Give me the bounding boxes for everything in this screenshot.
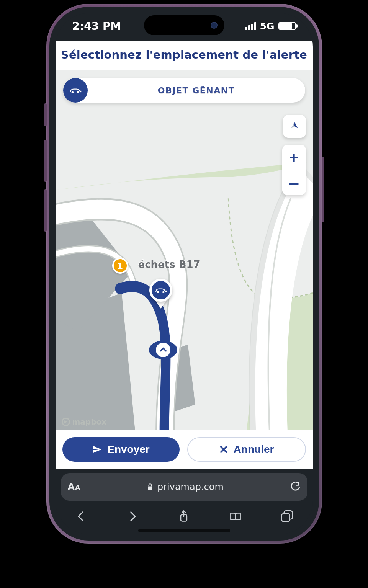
svg-marker-7: [291, 122, 294, 128]
status-time: 2:43 PM: [72, 20, 121, 33]
compass-icon: [288, 120, 301, 133]
chevron-up-icon: [159, 346, 167, 354]
dynamic-island: [144, 15, 224, 35]
svg-point-9: [162, 291, 164, 293]
alert-type-label: OBJET GÊNANT: [88, 86, 305, 95]
forward-icon[interactable]: [126, 510, 139, 523]
cell-signal-icon: [245, 22, 256, 30]
zoom-in-button[interactable]: +: [282, 145, 306, 170]
cancel-button[interactable]: Annuler: [187, 437, 306, 462]
current-heading-marker: [149, 341, 177, 359]
svg-point-8: [157, 291, 159, 293]
svg-rect-5: [80, 91, 81, 92]
cancel-label: Annuler: [234, 443, 274, 456]
reload-icon[interactable]: [290, 482, 301, 492]
map-terrain: [56, 70, 313, 430]
svg-point-3: [71, 91, 73, 93]
submit-label: Envoyer: [107, 443, 150, 456]
battery-icon: [278, 22, 296, 30]
alert-type-pill[interactable]: OBJET GÊNANT: [63, 78, 305, 103]
zoom-controls: + –: [282, 145, 306, 195]
status-network: 5G: [260, 21, 275, 32]
home-indicator[interactable]: [138, 529, 230, 532]
lock-icon: [147, 483, 154, 491]
phone-frame: 2:43 PM 5G Sélectionnez l'emplacement de…: [46, 4, 322, 544]
svg-rect-13: [282, 514, 290, 522]
mapbox-logo-icon: [62, 418, 70, 426]
browser-domain: privamap.com: [157, 482, 224, 492]
car-blocked-icon: [63, 78, 88, 103]
browser-url-bar[interactable]: AA privamap.com: [61, 473, 307, 501]
compass-button[interactable]: [283, 115, 306, 138]
submit-button[interactable]: Envoyer: [62, 437, 180, 462]
car-blocked-icon: [154, 286, 167, 294]
share-icon[interactable]: [177, 510, 190, 523]
zoom-out-button[interactable]: –: [282, 170, 306, 195]
close-icon: [219, 445, 228, 454]
text-size-button[interactable]: AA: [68, 482, 81, 492]
bookmarks-icon[interactable]: [229, 510, 242, 523]
alert-location-pin[interactable]: [145, 279, 177, 309]
map-poi-label: échets B17: [138, 259, 200, 270]
waypoint-badge[interactable]: 1: [112, 258, 128, 274]
svg-rect-10: [165, 291, 167, 292]
app-header: Sélectionnez l'emplacement de l'alerte: [56, 41, 313, 70]
send-icon: [92, 444, 102, 454]
svg-rect-11: [148, 487, 152, 490]
page-title: Sélectionnez l'emplacement de l'alerte: [60, 48, 308, 61]
waypoint-number: 1: [117, 261, 123, 271]
action-bar: Envoyer Annuler: [56, 430, 313, 469]
svg-marker-6: [294, 122, 298, 128]
svg-point-4: [77, 91, 79, 93]
map-attribution: mapbox: [62, 417, 107, 426]
map-canvas[interactable]: OBJET GÊNANT + –: [56, 70, 313, 430]
tabs-icon[interactable]: [280, 510, 293, 523]
back-icon[interactable]: [75, 510, 88, 523]
